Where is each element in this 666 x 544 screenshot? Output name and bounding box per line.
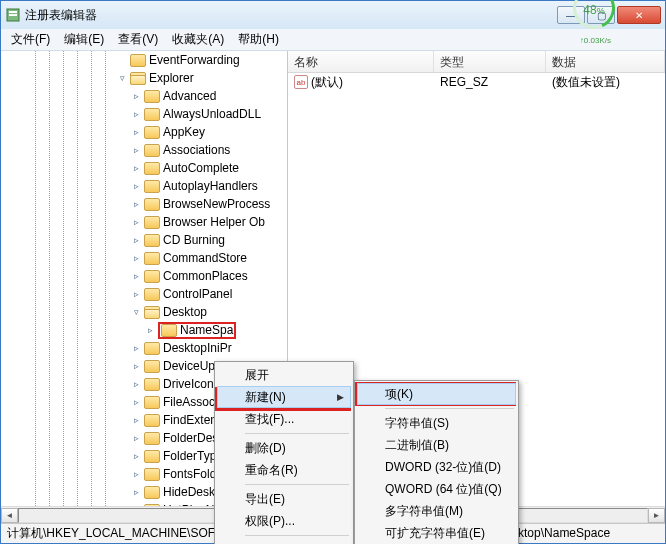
tree-node[interactable]: ▹ControlPanel [1,285,287,303]
tree-node[interactable]: ▹BrowseNewProcess [1,195,287,213]
collapse-icon[interactable]: ▿ [117,73,128,84]
expand-icon[interactable]: ▹ [131,451,142,462]
folder-icon [144,486,160,499]
expand-icon[interactable]: ▹ [131,343,142,354]
tree-node-label: AppKey [163,125,205,139]
expand-icon[interactable]: ▹ [131,433,142,444]
cm-export[interactable]: 导出(E) [217,488,351,510]
folder-icon [144,234,160,247]
menu-help[interactable]: 帮助(H) [232,29,285,50]
expand-icon[interactable]: ▹ [131,235,142,246]
folder-icon [144,414,160,427]
string-value-icon: ab [294,75,308,89]
expand-icon[interactable]: ▹ [131,379,142,390]
maximize-button[interactable]: ▢ [587,6,615,24]
expand-icon[interactable]: ▹ [131,487,142,498]
cm-delete[interactable]: 删除(D) [217,437,351,459]
cm-new-expandstring[interactable]: 可扩充字符串值(E) [357,522,516,544]
tree-node[interactable]: ▹CommonPlaces [1,267,287,285]
scroll-right-button[interactable]: ► [648,508,665,523]
expand-icon[interactable]: ▹ [131,127,142,138]
tree-node[interactable]: ▹NameSpa [1,321,287,339]
tree-node[interactable]: ▿Desktop [1,303,287,321]
expand-icon[interactable]: ▹ [131,505,142,507]
menu-view[interactable]: 查看(V) [112,29,164,50]
cm-rename[interactable]: 重命名(R) [217,459,351,481]
cm-find[interactable]: 查找(F)... [217,408,351,430]
list-row[interactable]: ab (默认) REG_SZ (数值未设置) [288,73,665,91]
cm-copyname[interactable]: 复制项名称(C) [217,539,351,544]
cm-new[interactable]: 新建(N)▶ [217,386,351,408]
tree-node-label: CD Burning [163,233,225,247]
collapse-icon[interactable]: ▿ [131,307,142,318]
separator [245,535,349,536]
folder-icon [130,72,146,85]
cm-new-binary[interactable]: 二进制值(B) [357,434,516,456]
folder-icon [144,180,160,193]
tree-node[interactable]: ▹Associations [1,141,287,159]
cm-new-qword[interactable]: QWORD (64 位)值(Q) [357,478,516,500]
expand-icon[interactable]: ▹ [131,181,142,192]
col-type[interactable]: 类型 [434,51,546,72]
context-submenu-new: 项(K) 字符串值(S) 二进制值(B) DWORD (32-位)值(D) QW… [354,380,519,544]
list-header: 名称 类型 数据 [288,51,665,73]
expand-icon[interactable]: ▹ [131,415,142,426]
window-title: 注册表编辑器 [25,7,557,24]
value-type: REG_SZ [434,75,546,89]
expand-icon[interactable]: ▹ [131,217,142,228]
folder-icon [144,198,160,211]
svg-rect-1 [9,11,17,13]
expand-icon[interactable]: ▹ [131,469,142,480]
tree-node[interactable]: ▹DesktopIniPr [1,339,287,357]
expand-icon[interactable]: ▹ [131,361,142,372]
cm-expand[interactable]: 展开 [217,364,351,386]
cm-new-multistring[interactable]: 多字符串值(M) [357,500,516,522]
tree-node-label: Desktop [163,305,207,319]
expand-icon[interactable]: ▹ [131,271,142,282]
expand-icon[interactable]: ▹ [131,145,142,156]
tree-node[interactable]: ▿Explorer [1,69,287,87]
tree-node-label: CommandStore [163,251,247,265]
tree-node[interactable]: ▹Browser Helper Ob [1,213,287,231]
col-data[interactable]: 数据 [546,51,665,72]
tree-node[interactable]: ▹Advanced [1,87,287,105]
tree-node[interactable]: ▹AlwaysUnloadDLL [1,105,287,123]
expand-icon[interactable]: ▹ [131,397,142,408]
expand-icon[interactable]: ▹ [131,289,142,300]
tree-node-label: Browser Helper Ob [163,215,265,229]
tree-node[interactable]: ▹AutoComplete [1,159,287,177]
minimize-button[interactable]: — [557,6,585,24]
menu-edit[interactable]: 编辑(E) [58,29,110,50]
no-expand-icon [117,55,128,66]
menu-file[interactable]: 文件(F) [5,29,56,50]
expand-icon[interactable]: ▹ [131,91,142,102]
tree-node-label: CommonPlaces [163,269,248,283]
tree-node[interactable]: ▹AppKey [1,123,287,141]
expand-icon[interactable]: ▹ [131,199,142,210]
tree-node[interactable]: EventForwarding [1,51,287,69]
cm-new-dword[interactable]: DWORD (32-位)值(D) [357,456,516,478]
tree-node[interactable]: ▹AutoplayHandlers [1,177,287,195]
col-name[interactable]: 名称 [288,51,434,72]
scroll-left-button[interactable]: ◄ [1,508,18,523]
tree-node[interactable]: ▹CommandStore [1,249,287,267]
tree-node-label: Advanced [163,89,216,103]
expand-icon[interactable]: ▹ [145,325,156,336]
expand-icon[interactable]: ▹ [131,109,142,120]
tree-node[interactable]: ▹CD Burning [1,231,287,249]
tree-node-label: Associations [163,143,230,157]
folder-icon [144,396,160,409]
folder-icon [144,432,160,445]
expand-icon[interactable]: ▹ [131,163,142,174]
titlebar[interactable]: 注册表编辑器 48% ↑0.03K/s — ▢ ✕ [1,1,665,29]
close-button[interactable]: ✕ [617,6,661,24]
menu-favorites[interactable]: 收藏夹(A) [166,29,230,50]
cm-new-key[interactable]: 项(K) [357,383,516,405]
tree-node-label: DesktopIniPr [163,341,232,355]
folder-icon [144,126,160,139]
cm-new-string[interactable]: 字符串值(S) [357,412,516,434]
cm-permissions[interactable]: 权限(P)... [217,510,351,532]
expand-icon[interactable]: ▹ [131,253,142,264]
folder-icon [144,90,160,103]
folder-icon [144,270,160,283]
